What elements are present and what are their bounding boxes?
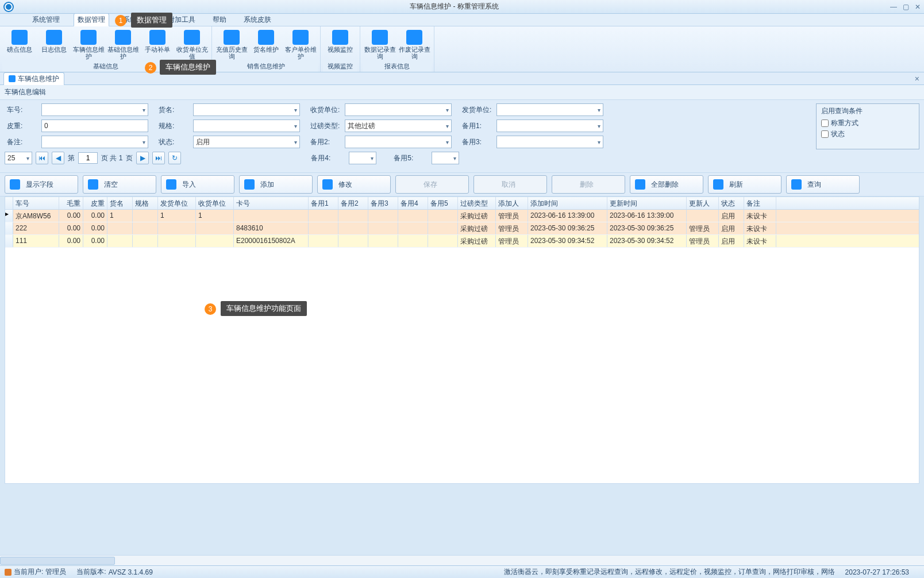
input-收货单位[interactable]: ▾ [345,103,452,116]
ribbon-group-sales-label: 销售信息维护 [214,61,318,72]
page-size-select[interactable]: 25▾ [5,152,32,164]
void-icon [406,30,422,45]
col-车号[interactable]: 车号 [13,197,59,209]
pager-prev-button[interactable]: ◀ [52,152,64,164]
col-备用4[interactable]: 备用4 [398,197,428,209]
col-皮重[interactable]: 皮重 [83,197,107,209]
cell-发货单位 [158,235,196,247]
status-user: 管理员 [45,567,66,577]
col-备用5[interactable]: 备用5 [428,197,458,209]
input-备用1[interactable]: ▾ [496,120,603,132]
cell-添加时间: 2023-05-30 09:34:52 [528,235,607,247]
btn-edit[interactable]: 修改 [317,175,391,194]
col-添加人[interactable]: 添加人 [496,197,528,209]
input-备用3[interactable]: ▾ [496,136,603,148]
pager-page-input[interactable] [78,152,98,164]
col-添加时间[interactable]: 添加时间 [528,197,607,209]
ribbon-btn-vehicle[interactable]: 车辆信息维护 [71,28,106,61]
col-更新人[interactable]: 更新人 [687,197,719,209]
btn-refresh[interactable]: 刷新 [708,175,781,194]
pager-next-button[interactable]: ▶ [136,152,149,164]
close-button[interactable]: ✕ [915,3,921,11]
input-货名[interactable]: ▾ [193,103,300,116]
btn-delete-all[interactable]: 全部删除 [630,175,703,194]
btn-show-fields[interactable]: 显示字段 [5,175,78,194]
input-备注[interactable]: ▾ [41,136,148,148]
col-备注[interactable]: 备注 [744,197,776,209]
menu-data[interactable]: 数据管理 [74,13,109,26]
maximize-button[interactable]: ▢ [903,3,909,11]
col-备用2[interactable]: 备用2 [338,197,368,209]
col-过磅类型[interactable]: 过磅类型 [458,197,496,209]
minimize-button[interactable]: — [890,3,897,11]
report-icon [372,30,388,45]
col-毛重[interactable]: 毛重 [59,197,83,209]
input-发货单位[interactable]: ▾ [496,103,603,116]
table-row[interactable]: 2220.000.008483610采购过磅管理员2023-05-30 09:3… [5,222,919,235]
ribbon-btn-log[interactable]: 日志信息 [37,28,71,61]
horizontal-scrollbar[interactable] [0,555,924,565]
col-发货单位[interactable]: 发货单位 [158,197,196,209]
ribbon-btn-price[interactable]: 客户单价维护 [283,28,318,61]
col-状态[interactable]: 状态 [719,197,744,209]
ribbon-btn-video[interactable]: 视频监控 [323,28,357,61]
ribbon-btn-manual[interactable]: 手动补单 [140,28,175,61]
menu-system[interactable]: 系统管理 [29,14,63,26]
chevron-down-icon: ▾ [294,123,297,129]
pager-last-button[interactable]: ⏭ [152,152,165,164]
ribbon-group-report-label: 报表信息 [363,61,432,72]
cell-备用5 [428,235,458,247]
tab-close-button[interactable]: × [915,74,919,83]
input-皮重[interactable] [41,120,148,132]
col-规格[interactable]: 规格 [133,197,158,209]
col-收货单位[interactable]: 收货单位 [196,197,234,209]
input-备用4[interactable]: ▾ [349,152,376,164]
ribbon-btn-data-query[interactable]: 数据记录查询 [363,28,397,61]
table-row[interactable]: ▸京AM8W560.000.00111采购过磅管理员2023-06-16 13:… [5,210,919,222]
ribbon-btn-goods[interactable]: 货名维护 [249,28,283,61]
input-状态[interactable]: 启用▾ [193,136,300,148]
chk-status[interactable] [821,130,829,138]
pager-refresh-button[interactable]: ↻ [168,152,181,164]
col-卡号[interactable]: 卡号 [234,197,309,209]
table-row[interactable]: 1110.000.00E2000016150802A采购过磅管理员2023-05… [5,235,919,248]
scrollbar-thumb[interactable] [0,557,115,565]
btn-cancel[interactable]: 取消 [473,175,547,194]
cell-备用1 [309,222,338,234]
input-车号[interactable]: ▾ [41,103,148,116]
btn-import[interactable]: 导入 [161,175,234,194]
btn-query[interactable]: 查询 [786,175,860,194]
col-备用3[interactable]: 备用3 [368,197,398,209]
cell-卡号: E2000016150802A [234,235,309,247]
ribbon-btn-recharge-history[interactable]: 充值历史查询 [214,28,249,61]
ribbon-btn-basic[interactable]: 基础信息维护 [106,28,140,61]
pager-prefix: 第 [68,153,75,163]
tab-vehicle-maintain[interactable]: 车辆信息维护 [3,72,64,85]
input-规格[interactable]: ▾ [193,120,300,132]
col-更新时间[interactable]: 更新时间 [607,197,687,209]
cell-车号: 222 [13,222,59,234]
chk-weigh-mode[interactable] [821,120,829,127]
cell-货名 [107,222,133,234]
label-车号: 车号: [5,105,41,115]
cell-状态: 启用 [719,235,744,247]
pager-suffix: 页 [126,153,133,163]
col-货名[interactable]: 货名 [107,197,133,209]
input-备用2[interactable]: ▾ [345,136,452,148]
input-过磅类型[interactable]: 其他过磅▾ [345,120,452,132]
ribbon-btn-station[interactable]: 磅点信息 [2,28,37,61]
data-grid[interactable]: 车号 毛重 皮重 货名 规格 发货单位 收货单位 卡号 备用1 备用2 备用3 … [5,196,919,484]
customer-icon [292,30,309,45]
pager-first-button[interactable]: ⏮ [36,152,48,164]
btn-delete[interactable]: 删除 [552,175,625,194]
btn-add[interactable]: 添加 [239,175,313,194]
menu-help[interactable]: 帮助 [209,14,230,26]
ribbon-btn-recharge[interactable]: 收货单位充值 [175,28,209,61]
status-bar: 当前用户: 管理员 当前版本: AVSZ 3.1.4.69 激活衡器云，即刻享受… [0,565,924,578]
input-备用5[interactable]: ▾ [432,152,459,164]
menu-skin[interactable]: 系统皮肤 [240,14,275,26]
btn-save[interactable]: 保存 [395,175,469,194]
ribbon-btn-void-query[interactable]: 作废记录查询 [397,28,432,61]
col-备用1[interactable]: 备用1 [309,197,338,209]
btn-clear[interactable]: 清空 [83,175,156,194]
